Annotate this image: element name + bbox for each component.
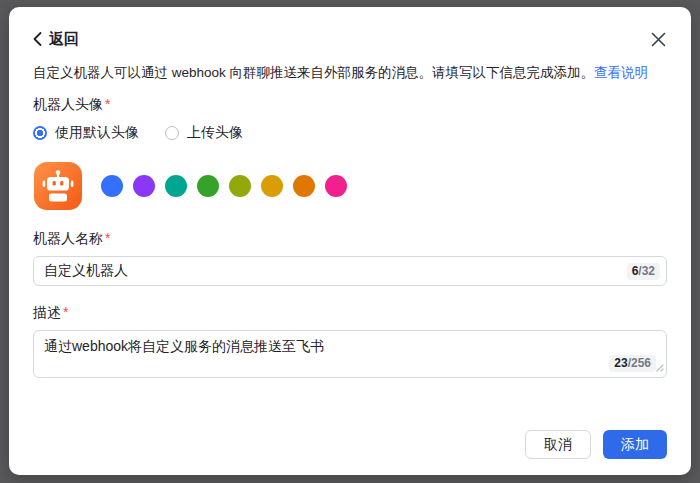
color-swatch[interactable] bbox=[293, 175, 315, 197]
name-char-counter: 6/32 bbox=[627, 263, 660, 280]
avatar-field-label: 机器人头像* bbox=[33, 96, 667, 114]
modal-backdrop: 返回 自定义机器人可以通过 webhook 向群聊推送来自外部服务的消息。请填写… bbox=[0, 0, 700, 483]
avatar-label-text: 机器人头像 bbox=[33, 96, 103, 112]
desc-field-label: 描述* bbox=[33, 304, 667, 322]
color-swatch[interactable] bbox=[197, 175, 219, 197]
avatar-picker-row bbox=[33, 160, 667, 212]
radio-upload-avatar-label: 上传头像 bbox=[187, 124, 243, 142]
cancel-button[interactable]: 取消 bbox=[525, 430, 591, 459]
radio-default-avatar-label: 使用默认头像 bbox=[55, 124, 139, 142]
intro-text: 自定义机器人可以通过 webhook 向群聊推送来自外部服务的消息。请填写以下信… bbox=[33, 65, 667, 80]
dialog-header: 返回 bbox=[33, 29, 667, 49]
radio-default-avatar[interactable]: 使用默认头像 bbox=[33, 124, 139, 142]
avatar-radio-group: 使用默认头像 上传头像 bbox=[33, 124, 667, 142]
name-field-label: 机器人名称* bbox=[33, 230, 667, 248]
color-swatch[interactable] bbox=[133, 175, 155, 197]
name-max: /32 bbox=[638, 264, 655, 278]
color-swatches bbox=[101, 175, 347, 197]
desc-char-counter: 23/256 bbox=[609, 355, 656, 372]
color-swatch[interactable] bbox=[229, 175, 251, 197]
radio-upload-avatar[interactable]: 上传头像 bbox=[165, 124, 243, 142]
intro-sentence: 自定义机器人可以通过 webhook 向群聊推送来自外部服务的消息。请填写以下信… bbox=[33, 65, 594, 80]
radio-unselected-icon bbox=[165, 126, 179, 140]
name-label-text: 机器人名称 bbox=[33, 230, 103, 246]
back-button[interactable]: 返回 bbox=[33, 30, 79, 49]
add-button[interactable]: 添加 bbox=[603, 430, 667, 459]
color-swatch[interactable] bbox=[101, 175, 123, 197]
add-custom-bot-dialog: 返回 自定义机器人可以通过 webhook 向群聊推送来自外部服务的消息。请填写… bbox=[9, 7, 691, 475]
desc-max: /256 bbox=[628, 356, 651, 370]
color-swatch[interactable] bbox=[325, 175, 347, 197]
color-swatch[interactable] bbox=[261, 175, 283, 197]
bot-description-textarea[interactable]: 通过webhook将自定义服务的消息推送至飞书 23/256 bbox=[33, 330, 667, 378]
required-asterisk: * bbox=[105, 230, 110, 246]
required-asterisk: * bbox=[105, 96, 110, 112]
bot-name-input[interactable]: 自定义机器人 6/32 bbox=[33, 256, 667, 286]
back-label: 返回 bbox=[49, 30, 79, 49]
close-icon bbox=[651, 32, 666, 47]
desc-count: 23 bbox=[614, 356, 627, 370]
color-swatch[interactable] bbox=[165, 175, 187, 197]
desc-label-text: 描述 bbox=[33, 304, 61, 320]
required-asterisk: * bbox=[63, 304, 68, 320]
radio-selected-icon bbox=[33, 126, 47, 140]
bot-description-value: 通过webhook将自定义服务的消息推送至飞书 bbox=[44, 338, 324, 354]
dialog-footer: 取消 添加 bbox=[33, 430, 667, 459]
robot-avatar-icon[interactable] bbox=[33, 161, 83, 211]
close-button[interactable] bbox=[649, 30, 667, 48]
bot-name-value: 自定义机器人 bbox=[44, 262, 128, 280]
help-link[interactable]: 查看说明 bbox=[594, 65, 648, 80]
resize-handle-icon[interactable] bbox=[655, 359, 664, 375]
chevron-left-icon bbox=[33, 32, 42, 46]
